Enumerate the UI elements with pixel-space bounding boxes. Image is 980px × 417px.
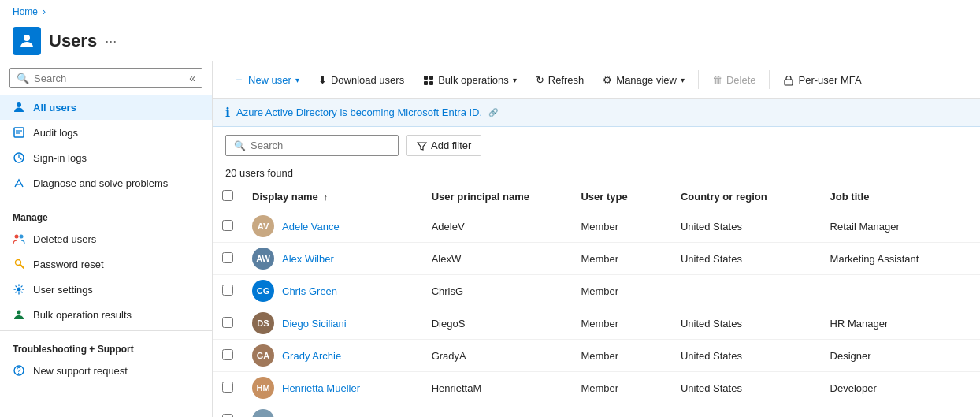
user-settings-label: User settings xyxy=(33,284,93,296)
sidebar-collapse-button[interactable]: « xyxy=(189,72,195,84)
row-checkbox[interactable] xyxy=(222,414,233,417)
sidebar-item-sign-in-logs[interactable]: Sign-in logs xyxy=(0,145,212,170)
sort-arrow-icon: ↑ xyxy=(323,192,328,202)
toolbar-separator-2 xyxy=(769,70,770,89)
sign-in-logs-label: Sign-in logs xyxy=(33,152,87,164)
user-type-header[interactable]: User type xyxy=(571,184,670,210)
user-name-link[interactable]: Grady Archie xyxy=(282,350,341,362)
results-count: 20 users found xyxy=(213,164,980,184)
select-all-checkbox[interactable] xyxy=(222,190,233,201)
deleted-users-label: Deleted users xyxy=(33,233,96,245)
banner-link[interactable]: Azure Active Directory is becoming Micro… xyxy=(236,106,482,118)
job-title-cell: HR Manager xyxy=(821,307,980,340)
table-row: CGChris GreenChrisGMember xyxy=(213,275,980,307)
row-checkbox[interactable] xyxy=(222,252,233,263)
sidebar-search-box[interactable]: 🔍 « xyxy=(9,68,202,88)
upn-cell: IsaiahL xyxy=(422,404,572,417)
avatar: IL xyxy=(252,409,274,417)
sidebar-item-user-settings[interactable]: User settings xyxy=(0,277,212,302)
row-checkbox[interactable] xyxy=(222,349,233,360)
bulk-operations-button[interactable]: Bulk operations ▾ xyxy=(414,69,525,91)
svg-point-0 xyxy=(24,35,30,41)
job-title-header[interactable]: Job title xyxy=(821,184,980,210)
refresh-button[interactable]: ↻ Refresh xyxy=(527,69,593,91)
content-area: 🔍 « All users xyxy=(0,61,980,417)
job-title-cell: Marketing Assistant xyxy=(821,243,980,275)
table-row: AWAlex WilberAlexWMemberUnited StatesMar… xyxy=(213,243,980,275)
sidebar-navigation: All users Audit logs xyxy=(0,95,212,417)
user-type-cell: Member xyxy=(571,340,670,372)
sidebar-item-password-reset[interactable]: Password reset xyxy=(0,251,212,277)
sidebar-item-all-users[interactable]: All users xyxy=(0,95,212,120)
delete-button[interactable]: 🗑 Delete xyxy=(703,69,765,91)
sidebar-item-diagnose[interactable]: Diagnose and solve problems xyxy=(0,170,212,195)
job-title-cell: Developer xyxy=(821,372,980,404)
sidebar-search-input[interactable] xyxy=(34,73,184,84)
country-cell: United States xyxy=(671,243,821,275)
row-checkbox[interactable] xyxy=(222,220,233,231)
manage-section-title: Manage xyxy=(0,203,212,226)
table-header-row: Display name ↑ User principal name User … xyxy=(213,184,980,210)
refresh-icon: ↻ xyxy=(536,74,544,86)
svg-point-11 xyxy=(17,288,21,292)
upn-header[interactable]: User principal name xyxy=(422,184,572,210)
row-checkbox[interactable] xyxy=(222,382,233,393)
support-icon: ? xyxy=(13,364,25,377)
manage-view-button[interactable]: ⚙ Manage view ▾ xyxy=(594,69,693,91)
add-filter-button[interactable]: Add filter xyxy=(406,135,481,156)
upn-cell: AdeleV xyxy=(422,210,572,243)
select-all-header[interactable] xyxy=(213,184,243,210)
new-support-label: New support request xyxy=(33,365,128,377)
sidebar-item-new-support[interactable]: ? New support request xyxy=(0,358,212,383)
user-name-link[interactable]: Isaiah Langer xyxy=(282,415,344,417)
manage-view-chevron: ▾ xyxy=(681,76,685,84)
new-user-button[interactable]: ＋ New user ▾ xyxy=(225,68,308,91)
svg-rect-15 xyxy=(424,76,428,80)
sidebar-item-audit-logs[interactable]: Audit logs xyxy=(0,120,212,145)
sidebar-item-bulk-results[interactable]: Bulk operation results xyxy=(0,302,212,327)
breadcrumb-home[interactable]: Home xyxy=(13,6,38,17)
user-name-link[interactable]: Alex Wilber xyxy=(282,253,334,265)
filter-search-input[interactable] xyxy=(251,140,390,151)
table-row: AVAdele VanceAdeleVMemberUnited StatesRe… xyxy=(213,210,980,243)
sidebar: 🔍 « All users xyxy=(0,61,213,417)
country-cell: United States xyxy=(671,372,821,404)
display-name-header[interactable]: Display name ↑ xyxy=(243,184,422,210)
nav-divider-2 xyxy=(0,330,212,331)
user-name-link[interactable]: Adele Vance xyxy=(282,221,340,233)
breadcrumb-sep: › xyxy=(43,6,46,17)
sidebar-item-deleted-users[interactable]: Deleted users xyxy=(0,226,212,251)
download-users-button[interactable]: ⬇ Download users xyxy=(310,69,413,91)
user-name-link[interactable]: Chris Green xyxy=(282,285,337,297)
diagnose-icon xyxy=(13,177,25,189)
filter-search-box[interactable]: 🔍 xyxy=(225,135,399,156)
user-name-link[interactable]: Diego Siciliani xyxy=(282,318,347,330)
country-header[interactable]: Country or region xyxy=(671,184,821,210)
row-checkbox[interactable] xyxy=(222,285,233,296)
table-row: GAGrady ArchieGradyAMemberUnited StatesD… xyxy=(213,340,980,372)
per-user-mfa-label: Per-user MFA xyxy=(798,74,861,86)
per-user-mfa-button[interactable]: Per-user MFA xyxy=(774,69,870,91)
refresh-label: Refresh xyxy=(548,74,585,86)
password-reset-icon xyxy=(13,258,25,270)
audit-logs-icon xyxy=(13,126,25,139)
row-checkbox[interactable] xyxy=(222,317,233,328)
upn-cell: AlexW xyxy=(422,243,572,275)
bulk-chevron: ▾ xyxy=(513,76,517,84)
filter-bar: 🔍 Add filter xyxy=(213,127,980,164)
page-more-button[interactable]: ··· xyxy=(105,33,117,50)
avatar: AW xyxy=(252,248,274,270)
troubleshoot-section-title: Troubleshooting + Support xyxy=(0,334,212,358)
svg-point-8 xyxy=(20,235,24,239)
svg-line-10 xyxy=(20,265,24,268)
toolbar: ＋ New user ▾ ⬇ Download users xyxy=(213,61,980,99)
user-type-cell: Member xyxy=(571,307,670,340)
toolbar-separator xyxy=(698,70,699,89)
sign-in-logs-icon xyxy=(13,151,25,164)
mfa-icon xyxy=(783,73,794,86)
job-title-cell xyxy=(821,275,980,307)
user-name-link[interactable]: Henrietta Mueller xyxy=(282,382,360,394)
user-type-cell: Member xyxy=(571,404,670,417)
user-type-cell: Member xyxy=(571,372,670,404)
user-type-cell: Member xyxy=(571,210,670,243)
